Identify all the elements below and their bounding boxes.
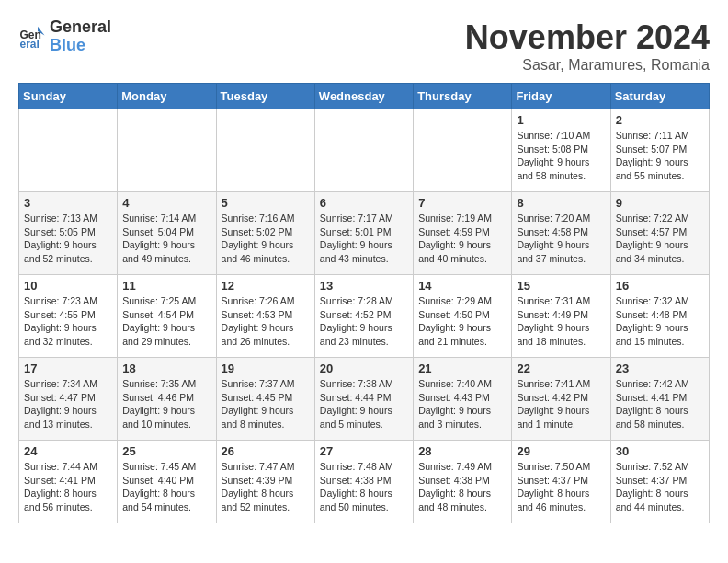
day-number: 15 [517,279,605,293]
day-info: Sunrise: 7:40 AM Sunset: 4:43 PM Dayligh… [418,377,506,431]
day-info: Sunrise: 7:23 AM Sunset: 4:55 PM Dayligh… [24,294,112,349]
day-cell: 13Sunrise: 7:28 AM Sunset: 4:52 PM Dayli… [314,275,413,358]
day-number: 28 [418,444,506,458]
day-cell: 25Sunrise: 7:45 AM Sunset: 4:40 PM Dayli… [118,441,216,523]
day-cell [414,109,512,192]
weekday-header-thursday: Thursday [414,84,512,109]
weekday-header-sunday: Sunday [19,84,118,109]
day-cell: 12Sunrise: 7:26 AM Sunset: 4:53 PM Dayli… [216,275,314,358]
day-cell: 10Sunrise: 7:23 AM Sunset: 4:55 PM Dayli… [19,275,118,358]
day-cell: 18Sunrise: 7:35 AM Sunset: 4:46 PM Dayli… [118,358,216,441]
week-row-2: 3Sunrise: 7:13 AM Sunset: 5:05 PM Daylig… [19,192,710,275]
day-info: Sunrise: 7:17 AM Sunset: 5:01 PM Dayligh… [320,212,408,266]
calendar-table: SundayMondayTuesdayWednesdayThursdayFrid… [18,83,710,523]
day-cell: 9Sunrise: 7:22 AM Sunset: 4:57 PM Daylig… [610,192,709,275]
day-number: 25 [122,444,210,458]
day-number: 18 [122,362,210,375]
day-cell: 30Sunrise: 7:52 AM Sunset: 4:37 PM Dayli… [610,441,709,523]
day-info: Sunrise: 7:14 AM Sunset: 5:04 PM Dayligh… [122,212,210,266]
title-area: November 2024 Sasar, Maramures, Romania [465,18,710,74]
day-cell: 29Sunrise: 7:50 AM Sunset: 4:37 PM Dayli… [512,441,610,523]
logo: Gen eral General Blue [18,18,111,55]
day-info: Sunrise: 7:16 AM Sunset: 5:02 PM Dayligh… [222,212,310,266]
day-cell [19,109,118,192]
day-number: 2 [616,113,704,127]
day-number: 14 [418,279,506,293]
day-info: Sunrise: 7:45 AM Sunset: 4:40 PM Dayligh… [122,460,210,514]
day-info: Sunrise: 7:28 AM Sunset: 4:52 PM Dayligh… [320,294,408,349]
day-cell: 8Sunrise: 7:20 AM Sunset: 4:58 PM Daylig… [512,192,610,275]
day-number: 22 [517,362,605,375]
day-number: 24 [24,444,112,458]
day-cell: 16Sunrise: 7:32 AM Sunset: 4:48 PM Dayli… [610,275,709,358]
day-number: 12 [222,279,310,293]
day-info: Sunrise: 7:19 AM Sunset: 4:59 PM Dayligh… [418,212,506,266]
week-row-4: 17Sunrise: 7:34 AM Sunset: 4:47 PM Dayli… [19,358,710,441]
logo-icon: Gen eral [18,23,46,51]
day-number: 30 [616,444,704,458]
day-info: Sunrise: 7:29 AM Sunset: 4:50 PM Dayligh… [418,294,506,349]
month-title: November 2024 [465,18,710,57]
day-info: Sunrise: 7:48 AM Sunset: 4:38 PM Dayligh… [320,460,408,514]
day-info: Sunrise: 7:42 AM Sunset: 4:41 PM Dayligh… [616,377,704,431]
day-cell: 28Sunrise: 7:49 AM Sunset: 4:38 PM Dayli… [414,441,512,523]
weekday-header-friday: Friday [512,84,610,109]
day-info: Sunrise: 7:26 AM Sunset: 4:53 PM Dayligh… [222,294,310,349]
day-cell: 4Sunrise: 7:14 AM Sunset: 5:04 PM Daylig… [118,192,216,275]
day-number: 8 [517,196,605,210]
day-number: 19 [222,362,310,375]
day-cell: 3Sunrise: 7:13 AM Sunset: 5:05 PM Daylig… [19,192,118,275]
day-number: 7 [418,196,506,210]
day-cell: 2Sunrise: 7:11 AM Sunset: 5:07 PM Daylig… [610,109,709,192]
day-cell: 20Sunrise: 7:38 AM Sunset: 4:44 PM Dayli… [314,358,413,441]
weekday-header-row: SundayMondayTuesdayWednesdayThursdayFrid… [19,84,710,109]
weekday-header-wednesday: Wednesday [314,84,413,109]
day-info: Sunrise: 7:49 AM Sunset: 4:38 PM Dayligh… [418,460,506,514]
weekday-header-monday: Monday [118,84,216,109]
day-cell: 22Sunrise: 7:41 AM Sunset: 4:42 PM Dayli… [512,358,610,441]
day-number: 27 [320,444,408,458]
day-cell: 26Sunrise: 7:47 AM Sunset: 4:39 PM Dayli… [216,441,314,523]
day-info: Sunrise: 7:20 AM Sunset: 4:58 PM Dayligh… [517,212,605,266]
day-cell: 15Sunrise: 7:31 AM Sunset: 4:49 PM Dayli… [512,275,610,358]
day-info: Sunrise: 7:10 AM Sunset: 5:08 PM Dayligh… [517,129,605,183]
day-cell [314,109,413,192]
day-cell: 1Sunrise: 7:10 AM Sunset: 5:08 PM Daylig… [512,109,610,192]
day-number: 16 [616,279,704,293]
day-info: Sunrise: 7:37 AM Sunset: 4:45 PM Dayligh… [222,377,310,431]
day-number: 9 [616,196,704,210]
day-info: Sunrise: 7:25 AM Sunset: 4:54 PM Dayligh… [122,294,210,349]
day-info: Sunrise: 7:47 AM Sunset: 4:39 PM Dayligh… [222,460,310,514]
week-row-5: 24Sunrise: 7:44 AM Sunset: 4:41 PM Dayli… [19,441,710,523]
day-number: 1 [517,113,605,127]
week-row-1: 1Sunrise: 7:10 AM Sunset: 5:08 PM Daylig… [19,109,710,192]
logo-text: General Blue [50,18,111,55]
week-row-3: 10Sunrise: 7:23 AM Sunset: 4:55 PM Dayli… [19,275,710,358]
day-info: Sunrise: 7:31 AM Sunset: 4:49 PM Dayligh… [517,294,605,349]
weekday-header-tuesday: Tuesday [216,84,314,109]
day-number: 29 [517,444,605,458]
day-number: 23 [616,362,704,375]
location-title: Sasar, Maramures, Romania [465,57,710,74]
day-info: Sunrise: 7:13 AM Sunset: 5:05 PM Dayligh… [24,212,112,266]
svg-text:eral: eral [20,38,40,51]
day-cell: 11Sunrise: 7:25 AM Sunset: 4:54 PM Dayli… [118,275,216,358]
day-info: Sunrise: 7:41 AM Sunset: 4:42 PM Dayligh… [517,377,605,431]
day-cell: 6Sunrise: 7:17 AM Sunset: 5:01 PM Daylig… [314,192,413,275]
day-number: 26 [222,444,310,458]
day-number: 3 [24,196,112,210]
day-cell [118,109,216,192]
header: Gen eral General Blue November 2024 Sasa… [18,18,710,74]
day-number: 4 [122,196,210,210]
day-cell: 5Sunrise: 7:16 AM Sunset: 5:02 PM Daylig… [216,192,314,275]
day-number: 13 [320,279,408,293]
day-info: Sunrise: 7:38 AM Sunset: 4:44 PM Dayligh… [320,377,408,431]
day-cell: 7Sunrise: 7:19 AM Sunset: 4:59 PM Daylig… [414,192,512,275]
day-cell: 21Sunrise: 7:40 AM Sunset: 4:43 PM Dayli… [414,358,512,441]
day-number: 10 [24,279,112,293]
day-cell: 27Sunrise: 7:48 AM Sunset: 4:38 PM Dayli… [314,441,413,523]
day-info: Sunrise: 7:11 AM Sunset: 5:07 PM Dayligh… [616,129,704,183]
day-number: 20 [320,362,408,375]
day-cell: 17Sunrise: 7:34 AM Sunset: 4:47 PM Dayli… [19,358,118,441]
day-number: 5 [222,196,310,210]
